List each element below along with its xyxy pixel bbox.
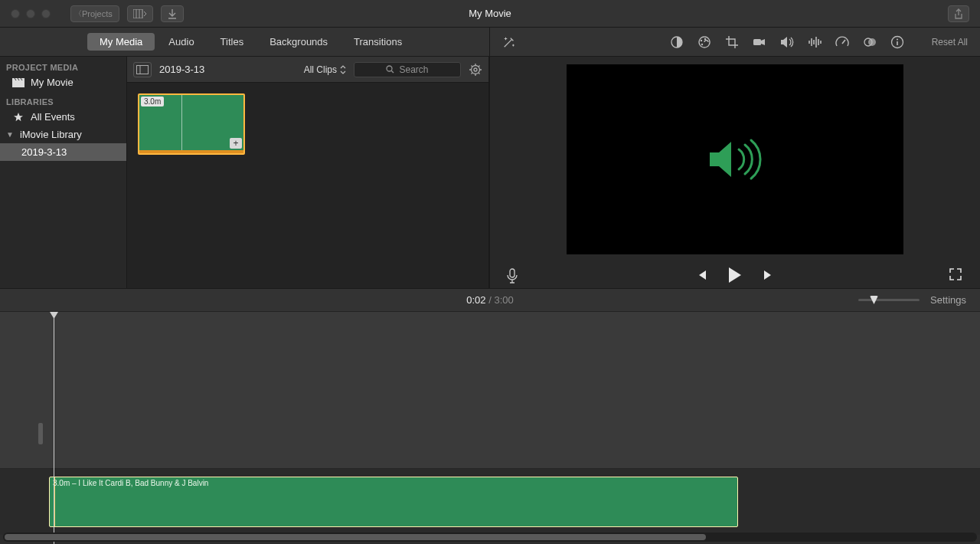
chevron-left-icon: 〈 (74, 8, 82, 19)
sidebar-item-my-movie[interactable]: My Movie (0, 74, 126, 91)
sidebar-toggle-icon (136, 65, 149, 74)
total-time: 3:00 (494, 294, 513, 306)
zoom-slider-thumb[interactable] (870, 296, 878, 304)
play-button[interactable] (727, 267, 743, 283)
timeline-audio-lane[interactable]: 3.0m – I Like It Cardi B, Bad Bunny & J … (0, 469, 980, 535)
share-icon (954, 8, 963, 19)
timeline-settings-button[interactable]: Settings (930, 294, 966, 306)
reset-all-button[interactable]: Reset All (932, 37, 968, 48)
clip-filter-button[interactable] (863, 35, 877, 49)
preview-panel: Reset All (490, 28, 980, 288)
prev-clip-button[interactable] (695, 269, 707, 281)
sidebar-item-imovie-library[interactable]: ▼ iMovie Library (0, 126, 126, 143)
share-button[interactable] (948, 5, 969, 22)
back-to-projects-button[interactable]: 〈 Projects (70, 5, 119, 22)
media-nav-tabs: My Media Audio Titles Backgrounds Transi… (0, 28, 489, 57)
tab-transitions[interactable]: Transitions (341, 33, 414, 51)
window-traffic-lights (11, 9, 51, 18)
library-view-button[interactable] (127, 5, 153, 22)
sidebar-item-event-selected[interactable]: 2019-3-13 (0, 143, 126, 161)
fullscreen-button[interactable] (949, 268, 963, 282)
tab-backgrounds[interactable]: Backgrounds (257, 33, 340, 51)
clapper-icon (12, 78, 24, 87)
maximize-window-icon[interactable] (41, 9, 51, 18)
import-button[interactable] (161, 5, 184, 22)
timeline-infobar: 0:02 / 3:00 Settings (0, 289, 980, 312)
library-sidebar: PROJECT MEDIA My Movie LIBRARIES All Eve… (0, 57, 127, 288)
crop-button[interactable] (725, 35, 739, 49)
browser-settings-button[interactable] (469, 63, 482, 77)
import-icon (168, 8, 177, 19)
enhance-button[interactable] (502, 35, 516, 49)
media-clip-thumbnail[interactable]: 3.0m + (138, 93, 245, 155)
tab-my-media[interactable]: My Media (87, 33, 155, 51)
timeline-audio-clip[interactable]: 3.0m – I Like It Cardi B, Bad Bunny & J … (49, 477, 738, 527)
browser-header: 2019-3-13 All Clips Search (127, 57, 488, 83)
svg-point-25 (704, 38, 705, 39)
svg-rect-26 (753, 39, 761, 45)
preview-toolbar: Reset All (490, 28, 980, 57)
half-circle-icon (670, 35, 684, 49)
search-input[interactable]: Search (354, 62, 461, 77)
volume-button[interactable] (780, 35, 794, 49)
svg-line-19 (479, 73, 480, 74)
svg-line-18 (472, 65, 473, 67)
microphone-icon (507, 268, 518, 283)
skip-forward-icon (763, 269, 775, 281)
sidebar-item-label: 2019-3-13 (21, 146, 67, 158)
timeline-zoom-slider[interactable] (858, 299, 920, 301)
speedometer-icon (835, 35, 849, 49)
clip-skimmer-line (181, 95, 182, 150)
tab-audio[interactable]: Audio (156, 33, 206, 51)
color-balance-button[interactable] (670, 35, 684, 49)
browser-event-title: 2019-3-13 (159, 64, 204, 75)
preview-viewer[interactable] (567, 64, 903, 254)
sidebar-item-all-events[interactable]: All Events (0, 108, 126, 126)
audio-clip-label: 3.0m – I Like It Cardi B, Bad Bunny & J … (53, 479, 208, 487)
window-title: My Movie (469, 8, 511, 19)
video-camera-icon (753, 37, 766, 48)
audio-preview-icon (705, 137, 765, 182)
skip-back-icon (695, 269, 707, 281)
star-icon (12, 113, 24, 122)
palette-icon (697, 35, 711, 49)
timeline-scrollbar-thumb[interactable] (5, 534, 706, 540)
svg-point-10 (387, 66, 392, 71)
current-time: 0:02 (466, 294, 485, 306)
timeline-playhead[interactable] (54, 312, 54, 544)
crop-icon (725, 35, 739, 49)
info-button[interactable] (890, 35, 904, 49)
voiceover-button[interactable] (507, 268, 521, 282)
minimize-window-icon[interactable] (26, 9, 35, 18)
svg-point-12 (472, 65, 480, 74)
stabilization-button[interactable] (753, 35, 766, 49)
svg-line-20 (472, 73, 473, 74)
svg-rect-3 (12, 80, 24, 87)
noise-reduction-button[interactable] (808, 35, 822, 49)
add-clip-button[interactable]: + (230, 138, 242, 149)
timeline[interactable]: 3.0m – I Like It Cardi B, Bad Bunny & J … (0, 312, 980, 544)
svg-line-33 (842, 40, 845, 44)
speed-button[interactable] (835, 35, 849, 49)
libraries-header: LIBRARIES (0, 91, 126, 108)
timeline-scrollbar[interactable] (3, 533, 977, 542)
time-separator: / (486, 294, 495, 306)
color-correction-button[interactable] (697, 35, 711, 49)
plus-icon: + (233, 139, 238, 148)
close-window-icon[interactable] (11, 9, 20, 18)
media-browser: 2019-3-13 All Clips Search (127, 57, 489, 288)
timeline-video-lane[interactable] (0, 312, 980, 469)
gear-icon (469, 63, 482, 77)
next-clip-button[interactable] (763, 269, 775, 281)
fullscreen-icon (949, 268, 962, 280)
svg-point-23 (700, 39, 701, 41)
info-icon (890, 35, 904, 49)
toggle-sidebar-button[interactable] (133, 62, 152, 77)
back-button-label: Projects (82, 9, 113, 18)
svg-line-21 (479, 65, 480, 67)
clip-filter-dropdown[interactable]: All Clips (304, 64, 346, 75)
sidebar-item-label: iMovie Library (20, 129, 82, 140)
svg-line-11 (392, 70, 394, 73)
tab-titles[interactable]: Titles (208, 33, 256, 51)
playback-time-display: 0:02 / 3:00 (466, 294, 513, 306)
